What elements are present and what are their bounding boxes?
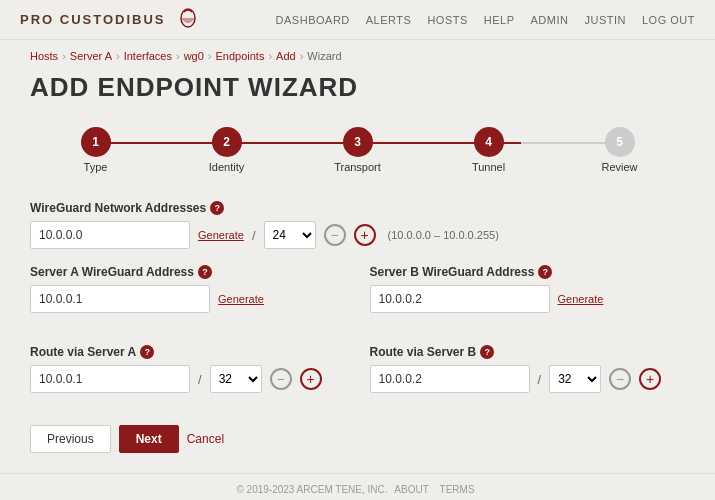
header-nav: DASHBOARD ALERTS HOSTS HELP ADMIN JUSTIN… (276, 14, 695, 26)
network-range-hint: (10.0.0.0 – 10.0.0.255) (388, 229, 499, 241)
server-a-wg-label: Server A WireGuard Address ? (30, 265, 346, 279)
breadcrumb-add[interactable]: Add (276, 50, 296, 62)
step-circle-2: 2 (212, 127, 242, 157)
network-prefix-select[interactable]: 24 16 8 (264, 221, 316, 249)
header: PRO CUSTODIBUS DASHBOARD ALERTS HOSTS HE… (0, 0, 715, 40)
cancel-button[interactable]: Cancel (187, 425, 224, 453)
nav-admin[interactable]: ADMIN (531, 14, 569, 26)
main-content: ADD ENDPOINT WIZARD 1 Type 2 Identity 3 … (0, 72, 715, 473)
server-a-wg-row: Generate (30, 285, 346, 313)
nav-dashboard[interactable]: DASHBOARD (276, 14, 350, 26)
logo-text: PRO CUSTODIBUS (20, 12, 166, 27)
server-b-ip-input[interactable] (370, 285, 550, 313)
step-circle-4: 4 (474, 127, 504, 157)
breadcrumb-endpoints[interactable]: Endpoints (216, 50, 265, 62)
next-button[interactable]: Next (119, 425, 179, 453)
step-type: 1 Type (30, 127, 161, 173)
breadcrumb-wg0[interactable]: wg0 (184, 50, 204, 62)
step-circle-1: 1 (81, 127, 111, 157)
route-b-ip-input[interactable] (370, 365, 530, 393)
wizard-steps: 1 Type 2 Identity 3 Transport 4 Tunnel 5… (30, 127, 685, 173)
route-b-label: Route via Server B ? (370, 345, 686, 359)
server-a-wg-group: Server A WireGuard Address ? Generate (30, 265, 346, 329)
network-generate-button[interactable]: Generate (198, 229, 244, 241)
server-b-wg-row: Generate (370, 285, 686, 313)
nav-alerts[interactable]: ALERTS (366, 14, 412, 26)
footer-terms[interactable]: TERMS (440, 484, 475, 495)
network-prefix-increment-button[interactable]: + (354, 224, 376, 246)
server-wg-addresses: Server A WireGuard Address ? Generate Se… (30, 265, 685, 329)
server-b-generate-button[interactable]: Generate (558, 293, 604, 305)
breadcrumb-interfaces[interactable]: Interfaces (124, 50, 172, 62)
action-row: Previous Next Cancel (30, 425, 685, 453)
logo: PRO CUSTODIBUS (20, 6, 202, 34)
route-a-group: Route via Server A ? / 32 24 − + (30, 345, 346, 409)
breadcrumb-hosts[interactable]: Hosts (30, 50, 58, 62)
page-title: ADD ENDPOINT WIZARD (30, 72, 685, 103)
step-tunnel: 4 Tunnel (423, 127, 554, 173)
network-addresses-row: Generate / 24 16 8 − + (10.0.0.0 – 10.0.… (30, 221, 685, 249)
breadcrumb: Hosts › Server A › Interfaces › wg0 › En… (0, 40, 715, 72)
footer-about[interactable]: ABOUT (394, 484, 428, 495)
step-identity: 2 Identity (161, 127, 292, 173)
step-label-identity: Identity (209, 161, 244, 173)
server-a-ip-input[interactable] (30, 285, 210, 313)
step-circle-5: 5 (605, 127, 635, 157)
server-a-wg-help-icon[interactable]: ? (198, 265, 212, 279)
route-b-decrement-button[interactable]: − (609, 368, 631, 390)
step-transport: 3 Transport (292, 127, 423, 173)
nav-help[interactable]: HELP (484, 14, 515, 26)
step-label-review: Review (601, 161, 637, 173)
route-a-label: Route via Server A ? (30, 345, 346, 359)
route-b-prefix-select[interactable]: 32 24 (549, 365, 601, 393)
logo-icon (174, 6, 202, 34)
route-b-row: / 32 24 − + (370, 365, 686, 393)
server-b-wg-label: Server B WireGuard Address ? (370, 265, 686, 279)
route-a-increment-button[interactable]: + (300, 368, 322, 390)
routes-section: Route via Server A ? / 32 24 − + Route v… (30, 345, 685, 409)
route-a-prefix-select[interactable]: 32 24 (210, 365, 262, 393)
step-label-tunnel: Tunnel (472, 161, 505, 173)
network-addresses-group: WireGuard Network Addresses ? Generate /… (30, 201, 685, 265)
breadcrumb-server-a[interactable]: Server A (70, 50, 112, 62)
route-a-help-icon[interactable]: ? (140, 345, 154, 359)
network-addresses-label: WireGuard Network Addresses ? (30, 201, 685, 215)
network-addresses-help-icon[interactable]: ? (210, 201, 224, 215)
nav-justin[interactable]: JUSTIN (584, 14, 626, 26)
route-a-decrement-button[interactable]: − (270, 368, 292, 390)
step-circle-3: 3 (343, 127, 373, 157)
server-b-wg-help-icon[interactable]: ? (538, 265, 552, 279)
network-prefix-decrement-button[interactable]: − (324, 224, 346, 246)
breadcrumb-wizard: Wizard (307, 50, 341, 62)
step-label-type: Type (84, 161, 108, 173)
step-label-transport: Transport (334, 161, 381, 173)
server-a-generate-button[interactable]: Generate (218, 293, 264, 305)
route-b-help-icon[interactable]: ? (480, 345, 494, 359)
step-review: 5 Review (554, 127, 685, 173)
route-b-increment-button[interactable]: + (639, 368, 661, 390)
nav-hosts[interactable]: HOSTS (427, 14, 467, 26)
previous-button[interactable]: Previous (30, 425, 111, 453)
nav-logout[interactable]: LOG OUT (642, 14, 695, 26)
network-ip-input[interactable] (30, 221, 190, 249)
route-a-row: / 32 24 − + (30, 365, 346, 393)
server-b-wg-group: Server B WireGuard Address ? Generate (370, 265, 686, 329)
route-b-group: Route via Server B ? / 32 24 − + (370, 345, 686, 409)
footer-copy: © 2019-2023 ARCEM TENE, INC. (236, 484, 387, 495)
route-a-ip-input[interactable] (30, 365, 190, 393)
footer: © 2019-2023 ARCEM TENE, INC. ABOUT TERMS (0, 473, 715, 500)
